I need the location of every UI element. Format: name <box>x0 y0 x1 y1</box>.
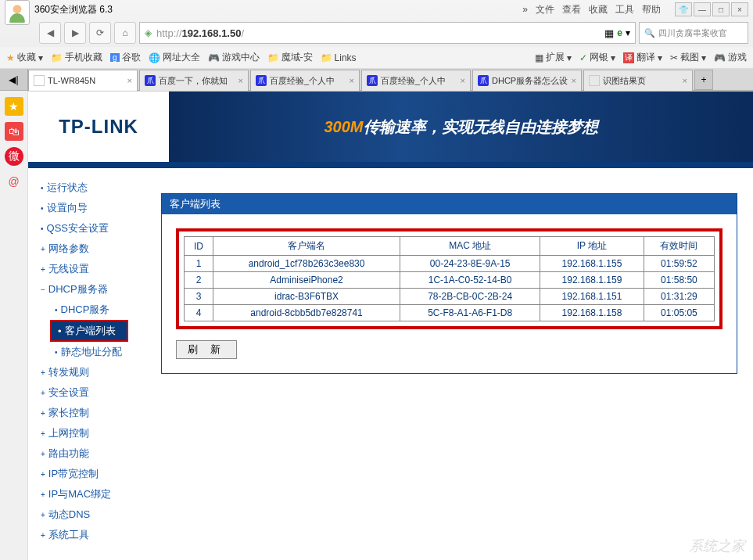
ext-button[interactable]: ▦扩展▾ <box>535 51 572 64</box>
close-icon[interactable]: × <box>350 76 354 85</box>
table-cell: android-8cbb5db7e828741 <box>213 305 400 321</box>
bookmark-moyu[interactable]: 📁魔域-安 <box>267 51 313 64</box>
close-icon[interactable]: × <box>127 76 132 85</box>
games-button[interactable]: 🎮游戏 <box>714 51 747 64</box>
table-cell: 3 <box>185 289 213 305</box>
refresh-button[interactable]: 刷 新 <box>176 340 237 359</box>
tab-2[interactable]: 爪百度经验_个人中× <box>250 70 360 91</box>
qr-icon[interactable]: ▦ <box>604 27 614 39</box>
blue-bar <box>28 162 753 168</box>
table-cell: 00-24-23-8E-9A-15 <box>400 256 540 272</box>
search-box[interactable]: 🔍 四川贪腐串案收官 <box>639 22 748 44</box>
folder-icon: 📁 <box>267 52 279 63</box>
user-avatar[interactable] <box>5 0 30 25</box>
table-header: 有效时间 <box>644 237 714 256</box>
home-button[interactable]: ⌂ <box>114 22 136 44</box>
router-header: TP-LINK 300M 传输速率，实现无线自由连接梦想 <box>28 92 753 162</box>
tab-label: 识图结果页 <box>603 75 646 87</box>
table-header: ID <box>185 237 213 256</box>
tab-4[interactable]: 爪DHCP服务器怎么设× <box>472 70 582 91</box>
strip-weibo[interactable]: 微 <box>5 147 23 166</box>
folder-icon: 📁 <box>51 52 63 63</box>
nav-dhcp-clients[interactable]: • 客户端列表 <box>50 320 128 342</box>
router-content: 客户端列表 ID客户端名MAC 地址IP 地址有效时间 1android_1cf… <box>145 168 753 560</box>
banner-speed: 300M <box>324 118 363 136</box>
nav-forward[interactable]: +转发规则 <box>41 362 145 382</box>
translate-icon: 译 <box>623 52 634 63</box>
bookmark-sites[interactable]: 🌐网址大全 <box>149 51 200 64</box>
tab-label: TL-WR845N <box>48 76 95 85</box>
back-button[interactable]: ◀ <box>39 22 61 44</box>
window-close[interactable]: × <box>731 2 748 16</box>
bank-button[interactable]: ✓网银▾ <box>579 51 615 64</box>
menu-expand[interactable]: » <box>522 4 528 15</box>
search-icon: 🔍 <box>644 28 655 38</box>
shield-icon: ◈ <box>145 27 152 38</box>
menu-tools[interactable]: 工具 <box>615 3 634 16</box>
nav-qss[interactable]: •QSS安全设置 <box>41 218 145 239</box>
menu-help[interactable]: 帮助 <box>642 3 661 16</box>
strip-at[interactable]: @ <box>5 172 23 191</box>
nav-routing[interactable]: +路由功能 <box>41 443 145 464</box>
translate-button[interactable]: 译翻译▾ <box>623 51 662 64</box>
router-nav: •运行状态 •设置向导 •QSS安全设置 +网络参数 +无线设置 −DHCP服务… <box>28 168 145 560</box>
url-bar[interactable]: ◈ http://192.168.1.50/ ▦ e ▾ <box>139 22 636 44</box>
screenshot-button[interactable]: ✂截图▾ <box>670 51 706 64</box>
menu-file[interactable]: 文件 <box>536 3 554 16</box>
nav-system[interactable]: +系统工具 <box>41 525 145 545</box>
nav-access[interactable]: +上网控制 <box>41 423 145 443</box>
nav-dhcp-service[interactable]: •DHCP服务 <box>41 300 145 320</box>
bookmarks-bar: ★ 收藏 ▾ 📁手机收藏 g谷歌 🌐网址大全 🎮游戏中心 📁魔域-安 📁Link… <box>0 47 753 69</box>
reload-button[interactable]: ⟳ <box>89 22 111 44</box>
menu-view[interactable]: 查看 <box>562 3 581 16</box>
nav-network[interactable]: +网络参数 <box>41 239 145 259</box>
dropdown-icon[interactable]: ▾ <box>626 27 630 38</box>
close-icon[interactable]: × <box>572 76 576 85</box>
table-cell: 192.168.1.151 <box>540 289 644 305</box>
nav-bar: ◀ ▶ ⟳ ⌂ ◈ http://192.168.1.50/ ▦ e ▾ 🔍 四… <box>0 19 753 47</box>
bookmark-google[interactable]: g谷歌 <box>110 51 141 64</box>
e-icon[interactable]: e <box>617 27 622 38</box>
nav-dhcp-static[interactable]: •静态地址分配 <box>41 342 145 362</box>
tab-0[interactable]: TL-WR845N× <box>28 70 138 91</box>
nav-wireless[interactable]: +无线设置 <box>41 259 145 279</box>
tab-5[interactable]: 识图结果页× <box>583 70 693 91</box>
client-table-highlight: ID客户端名MAC 地址IP 地址有效时间 1android_1cf78b263… <box>176 228 723 329</box>
nav-security[interactable]: +安全设置 <box>41 382 145 403</box>
strip-shop[interactable]: 🛍 <box>5 122 23 141</box>
favorites-button[interactable]: ★ 收藏 ▾ <box>6 51 43 64</box>
table-cell: 4 <box>185 305 213 321</box>
window-maximize[interactable]: □ <box>712 2 730 16</box>
bookmark-mobile[interactable]: 📁手机收藏 <box>51 51 102 64</box>
window-minimize[interactable]: — <box>694 2 711 16</box>
forward-button[interactable]: ▶ <box>64 22 86 44</box>
close-icon[interactable]: × <box>461 76 465 85</box>
window-skin[interactable]: 👕 <box>675 2 692 16</box>
bookmark-games[interactable]: 🎮游戏中心 <box>208 51 260 64</box>
nav-ipmac[interactable]: +IP与MAC绑定 <box>41 484 145 504</box>
table-header: MAC 地址 <box>400 237 540 256</box>
nav-ddns[interactable]: +动态DNS <box>41 504 145 525</box>
menu-fav[interactable]: 收藏 <box>589 3 608 16</box>
nav-dhcp[interactable]: −DHCP服务器 <box>41 279 145 300</box>
nav-status[interactable]: •运行状态 <box>41 178 145 198</box>
browser-chrome: 360安全浏览器 6.3 » 文件 查看 收藏 工具 帮助 👕 — □ × ◀ … <box>0 0 753 92</box>
panel-title: 客户端列表 <box>162 194 737 214</box>
nav-wizard[interactable]: •设置向导 <box>41 198 145 218</box>
nav-parental[interactable]: +家长控制 <box>41 403 145 423</box>
page-icon <box>589 75 600 86</box>
tab-3[interactable]: 爪百度经验_个人中× <box>361 70 471 91</box>
bookmark-links[interactable]: 📁Links <box>321 52 357 63</box>
close-icon[interactable]: × <box>683 76 687 85</box>
side-panel-toggle[interactable]: ◀| <box>0 69 28 90</box>
nav-bandwidth[interactable]: +IP带宽控制 <box>41 464 145 484</box>
bank-icon: ✓ <box>579 52 587 63</box>
folder-icon: 📁 <box>321 52 332 63</box>
new-tab-button[interactable]: + <box>694 70 713 90</box>
baidu-icon: 爪 <box>256 75 267 86</box>
table-cell: 5C-F8-A1-A6-F1-D8 <box>400 305 540 321</box>
table-cell: 192.168.1.155 <box>540 256 644 272</box>
close-icon[interactable]: × <box>238 76 243 85</box>
tab-1[interactable]: 爪百度一下，你就知× <box>139 70 249 91</box>
strip-favorites[interactable]: ★ <box>5 97 23 116</box>
